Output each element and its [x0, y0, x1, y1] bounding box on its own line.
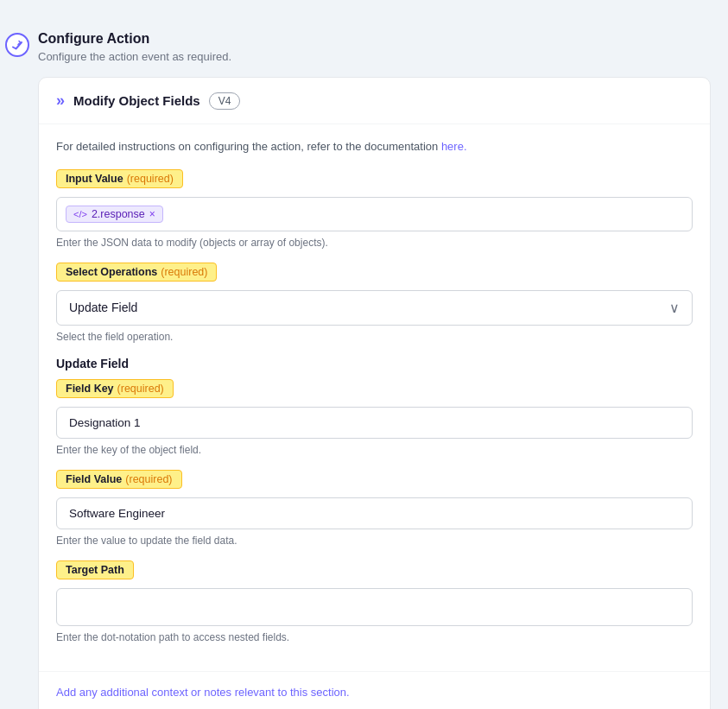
input-value-section: Input Value (required) </> 2.response × … — [56, 169, 693, 249]
target-path-label: Target Path — [56, 560, 134, 579]
step-circle — [5, 33, 29, 57]
field-key-input[interactable] — [56, 407, 693, 439]
tag-remove-button[interactable]: × — [149, 209, 155, 219]
field-value-section: Field Value (required) Enter the value t… — [56, 470, 693, 547]
documentation-link[interactable]: here. — [441, 140, 467, 153]
target-path-input[interactable] — [56, 588, 693, 626]
version-badge: V4 — [209, 92, 241, 110]
add-context-link[interactable]: Add any additional context or notes rele… — [39, 671, 710, 710]
left-rail — [0, 17, 35, 709]
field-value-hint: Enter the value to update the field data… — [56, 535, 693, 547]
target-path-section: Target Path Enter the dot-notation path … — [56, 560, 693, 643]
info-text: For detailed instructions on configuring… — [56, 138, 693, 155]
tag-code-icon: </> — [73, 209, 87, 219]
field-key-section: Field Key (required) Enter the key of th… — [56, 379, 693, 456]
target-path-hint: Enter the dot-notation path to access ne… — [56, 631, 693, 643]
select-operations-section: Select Operations (required) Update Fiel… — [56, 263, 693, 343]
input-value-label: Input Value (required) — [56, 169, 183, 188]
page-subtitle: Configure the action event as required. — [38, 50, 711, 63]
input-value-hint: Enter the JSON data to modify (objects o… — [56, 237, 693, 249]
chevron-down-icon: ∨ — [669, 300, 680, 316]
select-operations-hint: Select the field operation. — [56, 331, 693, 343]
input-tag: </> 2.response × — [66, 206, 163, 223]
configure-card: » Modify Object Fields V4 For detailed i… — [38, 77, 711, 709]
field-value-input[interactable] — [56, 497, 693, 529]
input-value-container[interactable]: </> 2.response × — [56, 197, 693, 231]
update-field-title: Update Field — [56, 357, 693, 370]
field-key-hint: Enter the key of the object field. — [56, 444, 693, 456]
card-title: Modify Object Fields — [73, 93, 200, 108]
page-title: Configure Action — [38, 31, 711, 47]
main-content: Configure Action Configure the action ev… — [35, 17, 728, 709]
field-value-label: Field Value (required) — [56, 470, 182, 489]
modify-icon: » — [56, 92, 65, 110]
operations-dropdown[interactable]: Update Field ∨ — [56, 290, 693, 326]
select-operations-label: Select Operations (required) — [56, 263, 217, 282]
page-wrapper: Configure Action Configure the action ev… — [0, 17, 728, 709]
card-header: » Modify Object Fields V4 — [39, 78, 710, 124]
field-key-label: Field Key (required) — [56, 379, 174, 398]
card-body: For detailed instructions on configuring… — [39, 124, 710, 671]
operations-selected: Update Field — [69, 301, 137, 314]
update-field-section: Update Field Field Key (required) Enter … — [56, 357, 693, 643]
